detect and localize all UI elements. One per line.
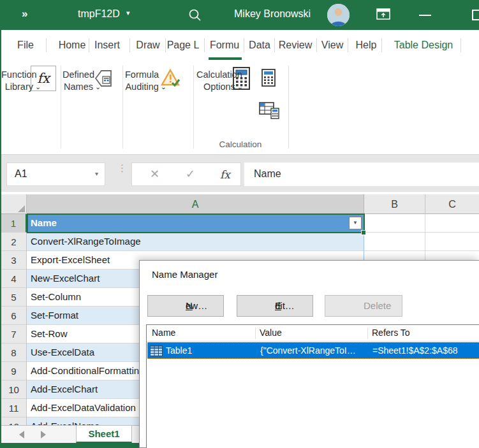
group-separator <box>288 66 289 148</box>
formula-input[interactable]: Name <box>244 163 479 186</box>
tab-file[interactable]: File <box>15 30 36 58</box>
row-header-5[interactable]: 5 <box>1 288 27 307</box>
tab-insert[interactable]: Insert <box>89 30 125 58</box>
new-button[interactable]: New… <box>147 295 224 317</box>
cell-a2[interactable]: Convert-XlRangeToImage <box>27 233 364 251</box>
column-header-refers-to[interactable]: Refers To <box>372 328 410 338</box>
sheet-tab-sheet1[interactable]: Sheet1 <box>76 426 132 444</box>
tab-help[interactable]: Help <box>351 30 381 58</box>
tab-page-layout[interactable]: Page L <box>166 30 200 58</box>
column-header-a[interactable]: A <box>27 194 364 214</box>
name-entry-row[interactable]: Table1 {"Convert-XlRangeToI… =Sheet1!$A$… <box>147 342 479 359</box>
filter-dropdown-icon: ▼ <box>353 220 358 226</box>
formula-buttons: ✕ ✓ fx <box>131 163 241 186</box>
row-header-9[interactable]: 9 <box>1 362 27 380</box>
names-list-header: Name Value Refers To <box>147 325 479 342</box>
name-box-caret-down-icon[interactable]: ▾ <box>95 170 98 177</box>
chevron-down-icon: ⌄ <box>161 81 166 93</box>
avatar[interactable] <box>327 4 350 26</box>
ribbon-display-options-icon[interactable] <box>376 8 390 21</box>
cell-b2[interactable] <box>364 233 425 251</box>
group-separator <box>122 66 123 148</box>
column-header-b[interactable]: B <box>364 194 425 214</box>
cell-c1[interactable] <box>425 214 479 233</box>
tab-separator <box>461 38 461 52</box>
tab-separator <box>89 38 89 52</box>
formula-value: Name <box>254 168 281 180</box>
column-separator[interactable] <box>367 328 368 339</box>
row-header-11[interactable]: 11 <box>1 399 27 417</box>
grid-row: 1 Name <box>0 214 479 233</box>
column-header-name[interactable]: Name <box>152 328 175 338</box>
filter-button[interactable]: ▼ <box>349 217 362 229</box>
column-header-value[interactable]: Value <box>260 328 282 338</box>
select-all-corner[interactable] <box>1 194 27 214</box>
name-manager-dialog: Name Manager New… Edit… Delete Name Valu… <box>139 260 479 448</box>
select-all-triangle-icon <box>18 205 25 212</box>
tab-separator <box>165 38 166 52</box>
tab-data[interactable]: Data <box>245 30 274 58</box>
tab-separator <box>46 38 47 52</box>
tab-formulas[interactable]: Formu <box>206 30 243 58</box>
column-separator[interactable] <box>255 328 256 339</box>
ribbon: fx Function Library⌄ Defined Names⌄ Form… <box>0 61 479 155</box>
row-header-2[interactable]: 2 <box>1 233 27 251</box>
tab-separator <box>348 38 348 52</box>
cancel-icon[interactable]: ✕ <box>150 167 159 181</box>
entry-refers-to: =Sheet1!$A$2:$A$68 <box>372 345 458 356</box>
row-header-10[interactable]: 10 <box>1 380 27 399</box>
chevron-down-icon: ⌄ <box>35 81 41 93</box>
row-header-1[interactable]: 1 <box>1 214 27 233</box>
window-edge <box>0 30 1 448</box>
row-header-6[interactable]: 6 <box>1 307 27 325</box>
row-header-7[interactable]: 7 <box>1 325 27 343</box>
cell-a1[interactable]: Name <box>27 214 364 233</box>
enter-icon[interactable]: ✓ <box>186 167 195 181</box>
tab-separator <box>316 38 317 52</box>
entry-value: {"Convert-XlRangeToI… <box>260 345 356 356</box>
maximize-icon[interactable] <box>472 10 479 20</box>
row-header-3[interactable]: 3 <box>1 251 27 270</box>
tab-table-design[interactable]: Table Design <box>388 30 459 58</box>
insert-function-icon[interactable]: fx <box>220 168 230 181</box>
active-tab-underline <box>209 57 242 60</box>
fill-handle[interactable] <box>361 230 366 235</box>
ribbon-group-label: Calculation <box>195 140 286 149</box>
column-header-c[interactable]: C <box>425 194 479 214</box>
entry-name: Table1 <box>166 345 192 356</box>
tab-draw[interactable]: Draw <box>131 30 165 58</box>
minimize-icon[interactable] <box>419 15 431 16</box>
tab-separator <box>204 38 205 52</box>
quick-access-overflow-icon[interactable]: » <box>22 8 28 20</box>
cell-b1[interactable] <box>364 214 425 233</box>
title-bar: » tmpF12D ▾ Mikey Bronowski <box>0 0 479 30</box>
chevron-down-icon: ⌄ <box>237 81 243 93</box>
names-list: Name Value Refers To Table1 {"Convert-Xl… <box>146 324 479 448</box>
edit-button[interactable]: Edit… <box>237 295 313 317</box>
row-header-4[interactable]: 4 <box>1 270 27 288</box>
search-icon[interactable] <box>188 8 203 23</box>
excel-window: » tmpF12D ▾ Mikey Bronowski File Home In… <box>0 0 479 448</box>
dialog-title: Name Manager <box>152 269 217 280</box>
tab-home[interactable]: Home <box>54 30 90 58</box>
sheet-nav-prev-icon[interactable] <box>19 431 24 438</box>
tab-separator <box>274 38 275 52</box>
formula-bar: A1 ▾ ⋮ ✕ ✓ fx Name <box>0 155 479 192</box>
tab-separator <box>129 38 130 52</box>
chevron-down-icon: ⌄ <box>95 81 101 93</box>
group-separator <box>193 66 194 148</box>
tab-separator <box>244 38 244 52</box>
row-header-8[interactable]: 8 <box>1 343 27 362</box>
tab-review[interactable]: Review <box>276 30 314 58</box>
document-title[interactable]: tmpF12D <box>78 8 120 20</box>
user-name[interactable]: Mikey Bronowski <box>234 8 311 20</box>
formula-bar-grip-icon: ⋮ <box>117 166 120 171</box>
name-box[interactable]: A1 ▾ <box>6 163 105 186</box>
sheet-nav-next-icon[interactable] <box>41 431 46 438</box>
title-caret-down-icon: ▾ <box>126 9 130 17</box>
delete-button[interactable]: Delete <box>325 295 402 317</box>
ribbon-tab-bar: File Home Insert Draw Page L Formu Data … <box>0 30 479 61</box>
name-box-value: A1 <box>15 168 27 180</box>
tab-view[interactable]: View <box>318 30 347 58</box>
cell-c2[interactable] <box>425 233 479 251</box>
